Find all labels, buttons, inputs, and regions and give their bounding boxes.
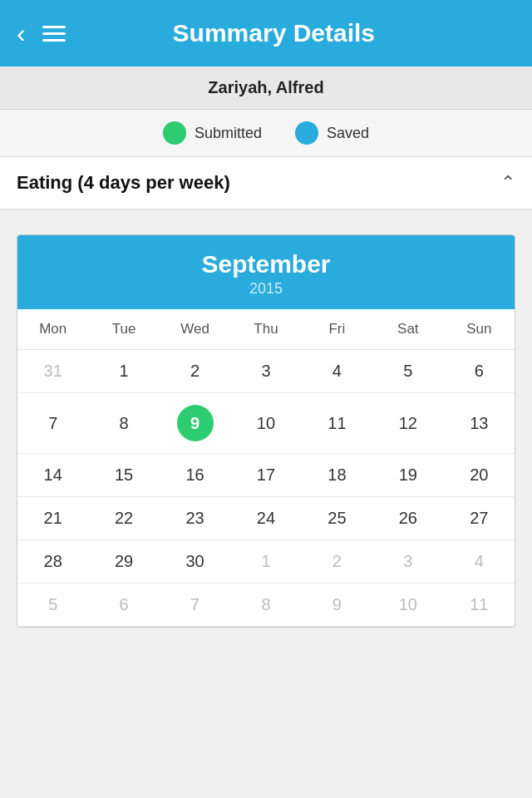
calendar-day[interactable]: 11	[444, 584, 515, 627]
calendar-day[interactable]: 10	[372, 584, 443, 627]
calendar-day[interactable]: 30	[160, 540, 230, 584]
header: ‹ Summary Details	[0, 0, 532, 66]
calendar-day[interactable]: 4	[302, 350, 372, 393]
calendar-header: September 2015	[17, 235, 515, 309]
calendar-day[interactable]: 21	[17, 497, 88, 540]
day-header-fri: Fri	[302, 309, 372, 350]
calendar-day[interactable]: 24	[230, 497, 301, 540]
calendar-grid: MonTueWedThuFriSatSun 311234567891011121…	[17, 309, 515, 627]
calendar-day[interactable]: 8	[230, 584, 301, 627]
calendar-day[interactable]: 8	[88, 393, 159, 454]
day-header-tue: Tue	[88, 309, 159, 350]
calendar-day[interactable]: 15	[88, 454, 159, 497]
calendar-week-3: 21222324252627	[17, 497, 515, 540]
spacer	[0, 209, 532, 234]
section-header[interactable]: Eating (4 days per week) ⌃	[0, 157, 532, 209]
day-header-wed: Wed	[160, 309, 230, 350]
selected-day-circle: 9	[177, 405, 214, 441]
calendar-day[interactable]: 28	[17, 540, 88, 584]
calendar-week-5: 567891011	[17, 584, 515, 627]
saved-legend: Saved	[295, 121, 369, 145]
saved-dot	[295, 121, 318, 145]
person-name: Zariyah, Alfred	[0, 66, 532, 110]
calendar-day[interactable]: 14	[17, 454, 88, 497]
calendar-day[interactable]: 29	[88, 540, 159, 584]
calendar-year: 2015	[17, 280, 515, 298]
calendar-day[interactable]: 2	[302, 540, 372, 584]
calendar: September 2015 MonTueWedThuFriSatSun 311…	[17, 234, 515, 628]
calendar-day[interactable]: 4	[444, 540, 515, 584]
calendar-day[interactable]: 11	[302, 393, 372, 454]
calendar-day[interactable]: 6	[444, 350, 515, 393]
calendar-day[interactable]: 16	[160, 454, 230, 497]
calendar-day[interactable]: 5	[372, 350, 443, 393]
calendar-week-4: 2829301234	[17, 540, 515, 584]
day-header-mon: Mon	[17, 309, 88, 350]
calendar-day[interactable]: 3	[230, 350, 301, 393]
calendar-day[interactable]: 2	[160, 350, 230, 393]
submitted-label: Submitted	[195, 125, 262, 142]
calendar-day[interactable]: 1	[88, 350, 159, 393]
submitted-dot	[163, 121, 186, 145]
calendar-day[interactable]: 19	[372, 454, 443, 497]
page-title: Summary Details	[82, 19, 466, 47]
calendar-day[interactable]: 7	[17, 393, 88, 454]
calendar-day[interactable]: 18	[302, 454, 372, 497]
calendar-day[interactable]: 20	[444, 454, 515, 497]
legend-bar: Submitted Saved	[0, 110, 532, 157]
calendar-week-2: 14151617181920	[17, 454, 515, 497]
calendar-day[interactable]: 25	[302, 497, 372, 540]
calendar-day[interactable]: 23	[160, 497, 230, 540]
calendar-day[interactable]: 7	[160, 584, 230, 627]
calendar-day[interactable]: 1	[230, 540, 301, 584]
calendar-day[interactable]: 22	[88, 497, 159, 540]
calendar-day[interactable]: 17	[230, 454, 301, 497]
calendar-day[interactable]: 10	[230, 393, 301, 454]
section-title: Eating (4 days per week)	[17, 172, 230, 194]
calendar-day[interactable]: 5	[17, 584, 88, 627]
chevron-up-icon: ⌃	[500, 172, 515, 194]
calendar-day[interactable]: 3	[372, 540, 443, 584]
calendar-day[interactable]: 31	[17, 350, 88, 393]
calendar-day-headers: MonTueWedThuFriSatSun	[17, 309, 515, 350]
day-header-sat: Sat	[372, 309, 443, 350]
calendar-day[interactable]: 26	[372, 497, 443, 540]
submitted-legend: Submitted	[163, 121, 262, 145]
calendar-week-1: 78910111213	[17, 393, 515, 454]
day-header-thu: Thu	[230, 309, 301, 350]
calendar-month: September	[17, 250, 515, 278]
calendar-day[interactable]: 9	[302, 584, 372, 627]
calendar-day[interactable]: 27	[444, 497, 515, 540]
saved-label: Saved	[327, 125, 369, 142]
calendar-day[interactable]: 12	[372, 393, 443, 454]
calendar-day[interactable]: 6	[88, 584, 159, 627]
day-header-sun: Sun	[444, 309, 515, 350]
calendar-day[interactable]: 13	[444, 393, 515, 454]
calendar-day[interactable]: 9	[160, 393, 230, 454]
back-button[interactable]: ‹	[17, 20, 26, 47]
menu-button[interactable]	[42, 26, 66, 42]
calendar-week-0: 31123456	[17, 350, 515, 393]
